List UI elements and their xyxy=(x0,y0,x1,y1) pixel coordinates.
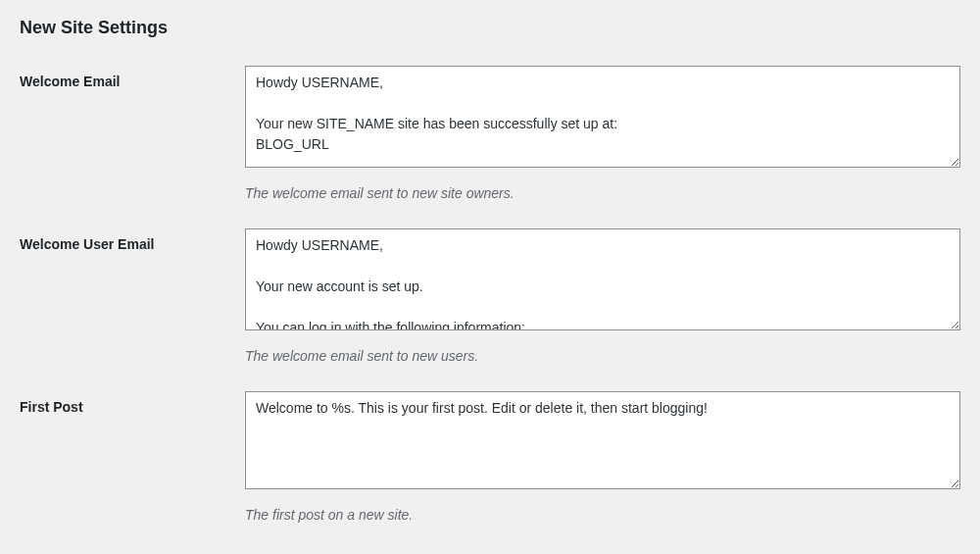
first-post-label: First Post xyxy=(20,391,245,415)
welcome-email-description: The welcome email sent to new site owner… xyxy=(245,185,960,201)
welcome-email-textarea[interactable] xyxy=(245,66,960,168)
welcome-user-email-label: Welcome User Email xyxy=(20,228,245,252)
welcome-email-row: Welcome Email The welcome email sent to … xyxy=(20,66,960,201)
first-post-description: The first post on a new site. xyxy=(245,507,960,523)
section-heading: New Site Settings xyxy=(20,18,960,38)
welcome-user-email-field: The welcome email sent to new users. xyxy=(245,228,960,364)
welcome-user-email-textarea[interactable] xyxy=(245,228,960,330)
first-post-row: First Post The first post on a new site. xyxy=(20,391,960,523)
welcome-email-label: Welcome Email xyxy=(20,66,245,89)
welcome-user-email-row: Welcome User Email The welcome email sen… xyxy=(20,228,960,364)
first-post-field: The first post on a new site. xyxy=(245,391,960,523)
welcome-email-field: The welcome email sent to new site owner… xyxy=(245,66,960,201)
first-post-textarea[interactable] xyxy=(245,391,960,489)
welcome-user-email-description: The welcome email sent to new users. xyxy=(245,348,960,364)
